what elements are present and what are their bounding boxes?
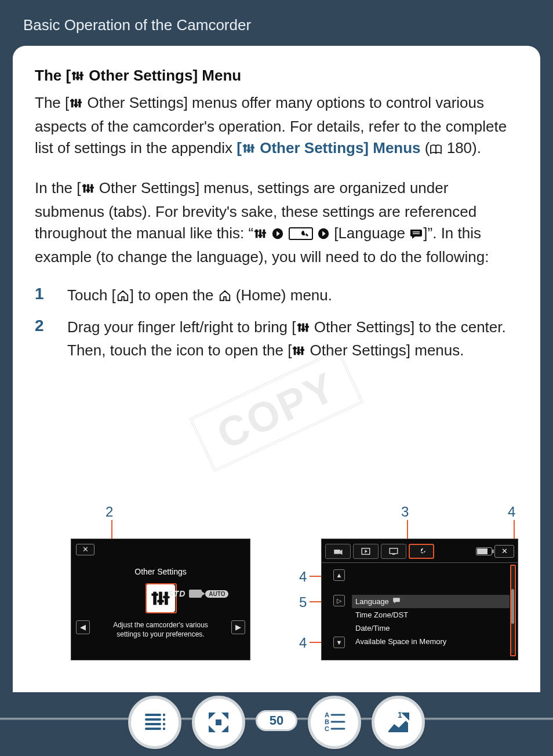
screenshot-home-menu: ✕ Other Settings STD AUTO Adjust the cam… <box>71 539 250 660</box>
list-item[interactable]: Date/Time <box>352 621 510 635</box>
svg-point-65 <box>163 728 165 730</box>
svg-rect-51 <box>151 594 158 596</box>
svg-text:1: 1 <box>398 710 402 719</box>
home-icon <box>218 286 232 308</box>
step-text: Drag your finger left/right to bring [ O… <box>67 317 518 364</box>
sliders-icon <box>292 341 305 364</box>
s1-post: (Home) menu. <box>232 286 332 304</box>
step-2: 2 Drag your finger left/right to bring [… <box>35 317 518 364</box>
steps-list: 1 Touch [] to open the (Home) menu. 2 Dr… <box>35 285 518 364</box>
callout-4-left1: 4 <box>299 569 307 585</box>
svg-rect-29 <box>259 235 263 237</box>
link-a: [ <box>237 139 242 157</box>
scrollbar[interactable] <box>511 566 514 654</box>
step-1: 1 Touch [] to open the (Home) menu. <box>35 285 518 308</box>
close-button[interactable]: ✕ <box>76 544 94 555</box>
list-item[interactable]: Time Zone/DST <box>352 608 510 621</box>
svg-text:B: B <box>325 718 329 725</box>
svg-point-63 <box>163 718 165 721</box>
item-label: Time Zone/DST <box>355 610 408 619</box>
svg-rect-17 <box>250 147 254 149</box>
svg-rect-1 <box>77 72 79 81</box>
nav-left-button[interactable]: ◀ <box>76 620 90 634</box>
desc-l2: settings to your preferences. <box>117 630 204 638</box>
step-number: 2 <box>35 317 67 364</box>
svg-rect-5 <box>79 74 83 76</box>
camcorder-icon <box>189 590 202 598</box>
sliders-icon <box>296 318 310 340</box>
appendix-link[interactable]: [ Other Set­tings] Menus <box>237 139 420 157</box>
tab-camera[interactable] <box>325 544 351 559</box>
tab-bar: ✕ <box>325 543 514 560</box>
battery-icon <box>476 547 492 555</box>
nav-right-button[interactable]: ▶ <box>231 620 245 634</box>
svg-rect-57 <box>392 554 395 555</box>
bottom-nav: 50 ABC 1 <box>0 692 553 756</box>
svg-rect-32 <box>289 228 312 239</box>
wrench-tab-icon <box>289 224 313 246</box>
fullscreen-button[interactable] <box>192 696 245 749</box>
svg-rect-26 <box>259 230 261 238</box>
svg-rect-52 <box>157 600 163 602</box>
callout-2: 2 <box>105 504 113 520</box>
svg-text:A: A <box>325 711 329 718</box>
svg-rect-7 <box>75 99 77 108</box>
std-label: STD <box>168 589 185 598</box>
tab-playback[interactable] <box>353 544 379 559</box>
screenshots-row: 2 ✕ Other Settings STD AUTO Adjust the c… <box>13 504 540 689</box>
scroll-up-button[interactable]: ▲ <box>333 569 345 581</box>
svg-rect-47 <box>300 349 304 351</box>
sliders-icon <box>242 139 256 161</box>
sliders-icon <box>253 224 267 246</box>
sliders-icon <box>71 68 85 86</box>
back-button[interactable]: 1 <box>372 696 425 749</box>
paragraph-1: The [ Other Settings] menus offer many o… <box>35 92 518 161</box>
svg-rect-56 <box>390 548 398 554</box>
svg-rect-23 <box>86 190 90 191</box>
item-label: Language <box>355 597 389 606</box>
link-b: Other Set­tings] Menus <box>256 139 421 157</box>
svg-rect-66 <box>216 719 221 725</box>
scroll-down-button[interactable]: ▼ <box>333 637 345 648</box>
svg-rect-49 <box>159 592 162 605</box>
index-button[interactable]: ABC <box>308 696 361 749</box>
section-title-post: Other Settings] Menu <box>85 67 241 84</box>
auto-badge: AUTO <box>205 590 228 598</box>
page-header: Basic Operation of the Camcorder <box>0 0 553 46</box>
svg-rect-28 <box>254 231 259 232</box>
s2-pre: Drag your finger left/right to bring [ <box>67 318 296 336</box>
svg-rect-13 <box>248 144 250 153</box>
chevron-right-circle-icon <box>317 224 330 246</box>
callout-4-top: 4 <box>508 504 515 520</box>
p1-a: The [ <box>35 94 69 111</box>
p1-page: 180). <box>442 139 481 157</box>
p2-a: In the [ <box>35 179 81 197</box>
svg-rect-10 <box>74 104 78 106</box>
list-item[interactable]: Available Space in Memory <box>352 635 510 648</box>
home-icon <box>116 286 130 308</box>
svg-rect-24 <box>89 187 93 188</box>
tab-wrench[interactable] <box>409 544 434 559</box>
book-icon <box>430 139 442 161</box>
svg-rect-46 <box>297 352 301 354</box>
svg-rect-43 <box>298 347 300 355</box>
item-label: Date/Time <box>355 624 390 633</box>
svg-rect-11 <box>78 101 82 103</box>
page-number: 50 <box>256 710 297 731</box>
svg-rect-37 <box>302 323 304 332</box>
svg-rect-39 <box>297 324 301 326</box>
svg-rect-22 <box>82 186 86 187</box>
sliders-icon <box>81 179 95 201</box>
s1-mid: ] to open the <box>130 286 218 304</box>
tab-display[interactable] <box>381 544 406 559</box>
svg-rect-9 <box>70 100 74 102</box>
p1-c: ( <box>421 139 430 157</box>
toc-button[interactable] <box>128 696 181 749</box>
svg-rect-15 <box>243 146 247 147</box>
page-body: COPY The [ Other Settings] Menu The [ Ot… <box>13 46 540 747</box>
mode-icons-row: STD AUTO <box>168 589 228 598</box>
list-item-language[interactable]: Language <box>352 595 510 608</box>
header-title: Basic Operation of the Camcorder <box>23 16 251 34</box>
close-button[interactable]: ✕ <box>494 545 514 558</box>
scrollbar-thumb[interactable] <box>511 589 514 624</box>
